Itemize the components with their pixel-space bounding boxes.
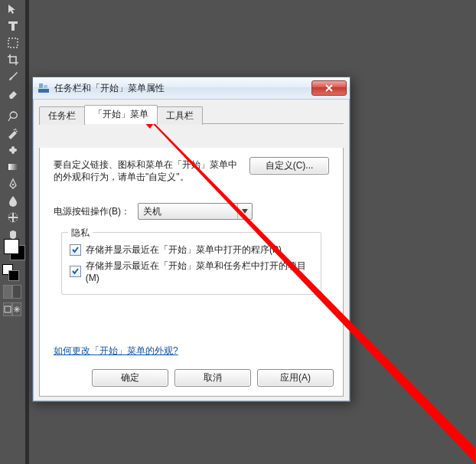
shape-tool-icon[interactable] [4, 210, 22, 225]
privacy-option-programs[interactable]: 存储并显示最近在「开始」菜单中打开的程序(P) [70, 243, 313, 257]
privacy-legend: 隐私 [68, 227, 93, 240]
cancel-button[interactable]: 取消 [174, 369, 251, 387]
dialog-title: 任务栏和「开始」菜单属性 [54, 82, 311, 95]
tab-taskbar[interactable]: 任务栏 [39, 106, 85, 125]
gradient-tool-icon[interactable] [4, 159, 22, 175]
checkbox-checked-icon [70, 266, 81, 277]
privacy-option-programs-label: 存储并显示最近在「开始」菜单中打开的程序(P) [86, 243, 282, 257]
type-tool-icon[interactable] [4, 18, 22, 34]
chevron-down-icon [237, 204, 252, 219]
customize-button[interactable]: 自定义(C)... [249, 157, 329, 175]
tab-page-start: 要自定义链接、图标和菜单在「开始」菜单中的外观和行为，请单击"自定义"。 自定义… [39, 148, 344, 397]
app-toolbox [0, 0, 26, 464]
pen-tool-icon[interactable] [4, 176, 22, 191]
foreground-color-swatch[interactable] [4, 239, 19, 254]
svg-point-4 [11, 184, 13, 185]
checkbox-checked-icon [70, 244, 81, 256]
default-colors-icon-bg [8, 270, 19, 281]
marquee-tool-icon[interactable] [4, 35, 22, 51]
crop-tool-icon[interactable] [4, 52, 22, 67]
power-button-value: 关机 [139, 205, 237, 218]
dialog-icon [37, 82, 50, 94]
svg-rect-11 [44, 85, 47, 88]
screenmode-toggle[interactable] [3, 302, 21, 316]
blur-tool-icon[interactable] [4, 193, 22, 208]
close-button[interactable] [311, 80, 347, 96]
move-tool-icon[interactable] [4, 2, 22, 17]
power-button-label: 电源按钮操作(B)： [54, 205, 130, 218]
svg-rect-10 [39, 83, 43, 88]
svg-rect-2 [11, 146, 15, 154]
privacy-option-items[interactable]: 存储并显示最近在「开始」菜单和任务栏中打开的项目(M) [70, 260, 313, 283]
brush-tool-icon[interactable] [4, 69, 22, 84]
eraser-tool-icon[interactable] [4, 86, 22, 101]
dialog-tabs: 任务栏 「开始」菜单 工具栏 [39, 106, 344, 124]
svg-rect-3 [8, 164, 18, 170]
apply-button[interactable]: 应用(A) [257, 369, 334, 387]
privacy-option-items-label: 存储并显示最近在「开始」菜单和任务栏中打开的项目(M) [86, 260, 313, 283]
svg-rect-6 [12, 213, 14, 222]
wand-tool-icon[interactable] [4, 126, 22, 141]
privacy-group: 隐私 存储并显示最近在「开始」菜单中打开的程序(P) [61, 232, 321, 295]
quickmask-toggle[interactable] [3, 285, 21, 299]
tab-toolbars[interactable]: 工具栏 [157, 106, 203, 125]
ok-button[interactable]: 确定 [92, 369, 168, 387]
taskbar-startmenu-properties-dialog: 任务栏和「开始」菜单属性 任务栏 「开始」菜单 工具栏 要自定义链接、图标和菜单… [32, 77, 350, 402]
tab-start-menu[interactable]: 「开始」菜单 [84, 105, 158, 124]
lasso-tool-icon[interactable] [4, 109, 22, 124]
customize-description: 要自定义链接、图标和菜单在「开始」菜单中的外观和行为，请单击"自定义"。 [54, 158, 245, 183]
dialog-titlebar[interactable]: 任务栏和「开始」菜单属性 [33, 77, 350, 100]
svg-rect-0 [8, 38, 18, 47]
help-link[interactable]: 如何更改「开始」菜单的外观? [54, 345, 178, 358]
power-button-combo[interactable]: 关机 [138, 203, 253, 220]
svg-rect-8 [5, 306, 11, 312]
svg-rect-9 [38, 89, 49, 93]
healing-tool-icon[interactable] [4, 142, 22, 158]
